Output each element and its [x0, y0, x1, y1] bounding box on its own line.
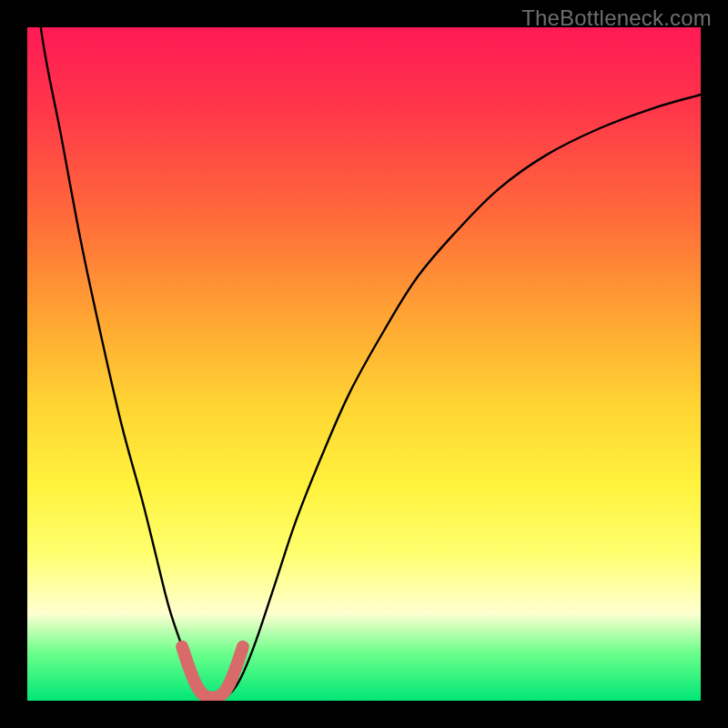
bottleneck-curve: [27, 27, 701, 698]
plot-area: [27, 27, 701, 701]
chart-container: TheBottleneck.com: [0, 0, 728, 728]
chart-svg: [27, 27, 701, 701]
